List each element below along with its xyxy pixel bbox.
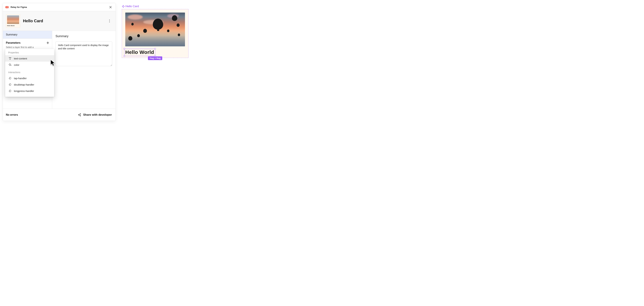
component-name: Hello Card [23,18,104,23]
svg-line-12 [79,115,80,116]
share-with-developer-button[interactable]: Share with developer [78,113,112,117]
tap-icon [8,83,12,86]
popover-item-longpress-handler[interactable]: longpress-handler [5,88,54,94]
svg-rect-14 [122,6,123,7]
share-label: Share with developer [83,113,112,117]
close-button[interactable] [108,5,113,9]
add-parameter-popover: Properties text-content color Interactio… [5,49,54,97]
svg-point-3 [109,20,110,21]
svg-point-8 [78,114,79,115]
panel-body: Summary Parameters Select a layer first … [3,31,116,109]
component-menu-button[interactable] [107,18,112,24]
status-text: No errors [6,113,18,116]
selected-text-layer[interactable]: Hello World [125,49,154,55]
popover-item-label: text-content [14,57,27,60]
canvas-component-name: Hello Card [126,5,139,8]
tap-icon [8,76,12,80]
parameters-label: Parameters [6,41,20,44]
popover-item-label: color [14,63,20,66]
popover-section-properties: Properties [5,51,54,55]
relay-logo-icon [5,6,9,8]
popover-item-label: doubletap-handler [14,83,34,86]
svg-point-9 [80,114,81,114]
selection-handle-bl[interactable] [124,55,125,57]
svg-rect-13 [123,5,124,6]
plugin-title: Relay for Figma [10,6,108,8]
content-area: Summary [52,31,116,109]
selection-handle-tr[interactable] [154,48,156,49]
tab-summary[interactable]: Summary [3,31,52,39]
share-icon [78,113,81,117]
hello-card-frame[interactable]: Hello World Hug × Hug [122,9,188,58]
plugin-header: Relay for Figma [3,3,116,11]
svg-point-2 [109,19,110,20]
svg-line-11 [79,114,80,115]
component-thumbnail: Hello World [6,14,20,28]
kebab-icon [109,19,110,22]
relay-plugin-panel: Relay for Figma Hello World Hello Card S… [3,3,116,121]
paint-bucket-icon [8,63,12,67]
parameters-header: Parameters [3,39,52,46]
popover-item-label: tap-handler [14,77,27,80]
popover-item-doubletap-handler[interactable]: doubletap-handler [5,81,54,88]
constraint-badge: Hug × Hug [148,56,162,60]
selection-handle-tl[interactable] [124,48,125,49]
summary-textarea[interactable] [56,41,112,66]
svg-rect-16 [123,7,124,7]
tap-icon [8,89,12,93]
close-icon [109,6,112,8]
canvas-component-label[interactable]: Hello Card [122,5,188,8]
add-parameter-button[interactable] [46,41,50,45]
svg-point-7 [11,65,11,66]
svg-point-4 [109,22,110,22]
text-icon [8,57,12,60]
popover-item-tap-handler[interactable]: tap-handler [5,75,54,81]
panel-footer: No errors Share with developer [3,109,116,121]
plus-icon [46,41,49,44]
thumbnail-image [7,15,19,24]
content-heading: Summary [56,34,112,38]
popover-item-label: longpress-handler [14,90,34,92]
component-header: Hello World Hello Card [3,11,116,31]
svg-rect-15 [124,6,124,7]
component-icon [122,5,124,7]
mouse-cursor-icon [50,59,56,66]
thumbnail-label: Hello World [7,25,19,26]
figma-canvas: Hello Card [122,5,188,58]
hero-image[interactable] [125,12,185,46]
popover-item-text-content[interactable]: text-content [5,55,54,62]
svg-point-10 [80,115,81,116]
popover-item-color[interactable]: color [5,62,54,68]
popover-section-interactions: Interactions [5,71,54,75]
